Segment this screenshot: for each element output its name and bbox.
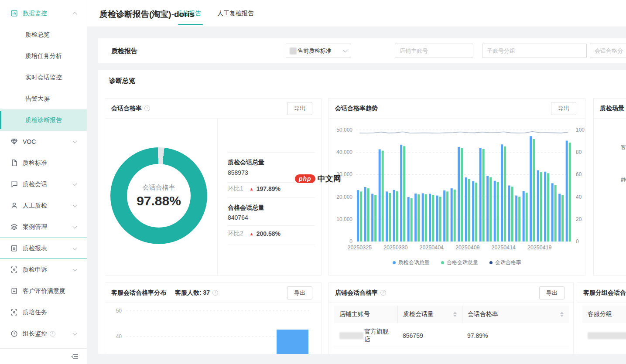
sidebar-item-data-monitor[interactable]: 数据监控 <box>0 3 87 24</box>
sidebar-item-qc-report-forms[interactable]: 质检报表 <box>0 238 87 259</box>
chart-board-icon <box>10 10 18 17</box>
agent-count-label: 客服人数: 37 <box>175 289 210 297</box>
ratio-value: 197.89% <box>257 185 281 192</box>
session-pass-rate-card: 会话合格率 导出 会话合格率 97.88% 质检会话总量858973环比1▲19… <box>105 98 322 276</box>
stat-value: 858973 <box>228 169 248 176</box>
sidebar-item-label: 质检诊断报告 <box>25 116 62 124</box>
sidebar-item-voc[interactable]: VOC <box>0 131 87 152</box>
scene-axis-label: 静 <box>621 176 626 184</box>
overview-title: 诊断总览 <box>109 77 135 85</box>
svg-text:50: 50 <box>116 308 122 314</box>
svg-text:40,000: 40,000 <box>336 149 352 155</box>
column-header-label: 会话合格率 <box>468 310 498 318</box>
column-header: 会话合格率 <box>462 306 569 323</box>
chevron-down-icon <box>343 48 348 52</box>
pass-rate-donut-chart: 会话合格率 97.88% <box>110 147 207 244</box>
sidebar-item-training-task[interactable]: 质培任务 <box>0 302 87 323</box>
svg-text:20250409: 20250409 <box>455 245 480 251</box>
svg-text:20: 20 <box>576 216 582 222</box>
gem-icon <box>10 138 18 145</box>
svg-text:100: 100 <box>576 127 585 133</box>
info-icon[interactable] <box>380 290 386 296</box>
pass-rate-cell: 97.89% <box>462 332 569 339</box>
info-icon[interactable] <box>144 105 150 111</box>
svg-text:0: 0 <box>576 238 579 245</box>
export-button[interactable]: 导出 <box>551 102 576 115</box>
chain-ratio-row: 环比2▲200.58% <box>228 230 281 238</box>
svg-text:40: 40 <box>576 194 582 200</box>
legend-item[interactable]: 质检会话总量 <box>393 259 430 266</box>
sidebar-item-leader-monitor[interactable]: 组长监控 <box>0 323 87 344</box>
filter-card: 质检报告 售前质检标准 <box>98 38 626 63</box>
svg-text:20250414: 20250414 <box>491 245 516 251</box>
ratio-label: 环比2 <box>228 230 243 238</box>
sidebar-item-label: 案例管理 <box>23 223 47 231</box>
distribution-chart: 5040 <box>105 303 321 354</box>
svg-text:20250404: 20250404 <box>419 245 444 251</box>
ratio-label: 环比1 <box>228 185 243 193</box>
stat-label: 质检会话总量 <box>228 159 264 167</box>
sidebar-item-training-task-analysis[interactable]: 质培任务分析 <box>0 45 87 67</box>
sidebar-item-manual-qc[interactable]: 人工质检 <box>0 195 87 216</box>
person-icon <box>10 202 18 209</box>
legend-label: 会话合格率 <box>495 259 521 266</box>
sidebar-item-label: 实时会话监控 <box>25 74 62 82</box>
sidebar-item-qc-session[interactable]: 质检会话 <box>0 173 87 195</box>
table-row: 官方旗舰店85675997.89% <box>334 323 569 348</box>
column-header-label: 质检会话量 <box>403 310 434 318</box>
clock-icon <box>10 330 18 337</box>
column-header: 客服分组 <box>582 306 626 323</box>
page-title: 质检诊断报告(淘宝)-doris <box>99 9 194 20</box>
sidebar-item-qc-diagnosis-report[interactable]: 质检诊断报告 <box>0 109 87 131</box>
chevron-down-icon <box>73 331 77 335</box>
card-title: 会话合格率趋势 <box>335 105 378 112</box>
export-button[interactable]: 导出 <box>287 102 312 115</box>
sidebar-item-realtime-session-monitor[interactable]: 实时会话监控 <box>0 67 87 88</box>
php-badge: php <box>295 174 315 183</box>
pass-rate-trend-card: 会话合格率趋势 导出 010,00020,00030,00040,00050,0… <box>328 98 585 276</box>
tab-manual-recheck-report[interactable]: 人工复检报告 <box>217 10 254 17</box>
info-icon[interactable] <box>212 290 218 296</box>
sidebar-item-qc-overview[interactable]: 质检总览 <box>0 24 87 45</box>
active-tab-underline <box>178 24 203 25</box>
stat-value: 840764 <box>228 214 248 221</box>
sidebar-item-customer-satisfaction[interactable]: 客户评价满意度 <box>0 280 87 302</box>
sidebar-item-case-management[interactable]: 案例管理 <box>0 216 87 238</box>
svg-text:60: 60 <box>576 171 582 177</box>
sub-account-group-input[interactable] <box>482 44 587 58</box>
qc-standard-select[interactable]: 售前质检标准 <box>286 44 351 58</box>
svg-text:40: 40 <box>116 333 122 340</box>
card-title: 客服分组会话合格率 <box>583 289 626 297</box>
sidebar-item-alert-big-screen[interactable]: 告警大屏 <box>0 88 87 109</box>
chevron-down-icon <box>73 139 77 143</box>
legend-dot-icon <box>393 261 396 264</box>
info-icon[interactable] <box>50 331 55 337</box>
sidebar-item-label: 组长监控 <box>23 330 47 338</box>
watermark-text: 中文网 <box>318 173 341 184</box>
export-button[interactable]: 导出 <box>539 286 564 299</box>
menu-fold-icon[interactable] <box>71 353 79 360</box>
stat-label: 合格会话总量 <box>228 204 264 212</box>
legend-item[interactable]: 会话合格率 <box>489 259 521 266</box>
legend-item[interactable]: 合格会话总量 <box>441 259 478 266</box>
qc-session-volume-cell: 856759 <box>397 332 462 339</box>
svg-text:20250330: 20250330 <box>383 245 408 251</box>
sort-icon[interactable] <box>449 312 457 317</box>
chain-ratio-row: 环比1▲197.89% <box>228 185 281 193</box>
chevron-down-icon <box>73 181 77 186</box>
sidebar-item-label: 人工质检 <box>23 202 47 210</box>
svg-text:50,000: 50,000 <box>336 127 352 133</box>
svg-text:20250325: 20250325 <box>347 245 372 251</box>
column-header: 店铺主账号 <box>334 306 397 323</box>
session-pass-score-input[interactable] <box>590 44 626 58</box>
layers-icon <box>10 223 18 231</box>
sort-icon[interactable] <box>556 312 564 317</box>
agent-pass-rate-distribution-card: 客服会话合格率分布 客服人数: 37 导出 5040 <box>105 282 322 354</box>
ratio-value: 200.58% <box>257 230 281 237</box>
sidebar-item-qc-appeal[interactable]: 质检申诉 <box>0 259 87 280</box>
shop-account-input[interactable] <box>395 44 473 58</box>
qc-scene-card: 质检场景 客 静 <box>593 98 626 276</box>
sidebar-item-qc-standard[interactable]: 质检标准 <box>0 152 87 173</box>
doc-icon <box>10 159 18 167</box>
export-button[interactable]: 导出 <box>287 286 312 299</box>
